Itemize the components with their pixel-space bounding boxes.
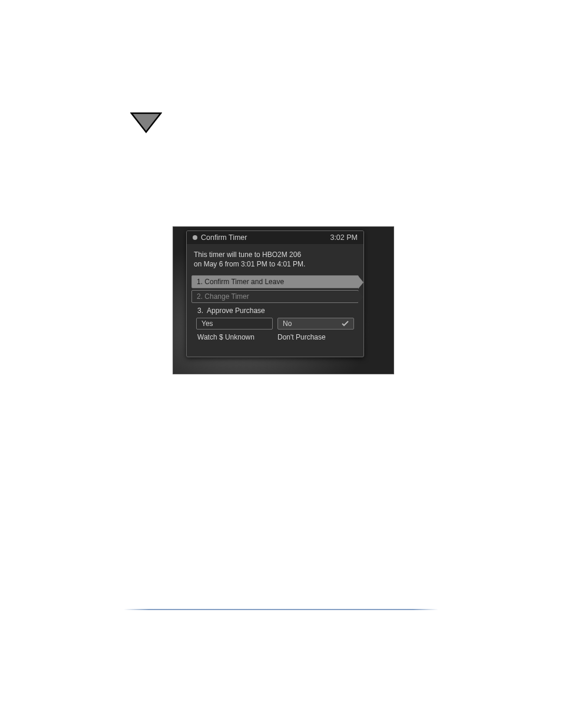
option-number: 3. (197, 307, 203, 315)
yes-button[interactable]: Yes (196, 318, 273, 330)
option-approve-purchase: 3. Approve Purchase (191, 305, 359, 317)
document-page: Confirm Timer 3:02 PM This timer will tu… (0, 0, 562, 728)
yes-sublabel: Watch $ Unknown (197, 333, 273, 341)
yes-no-sublabels: Watch $ Unknown Don't Purchase (191, 331, 359, 352)
check-icon (342, 320, 349, 327)
dialog-titlebar: Confirm Timer 3:02 PM (187, 231, 363, 244)
horizontal-divider (124, 609, 438, 610)
dialog-message: This timer will tune to HBO2M 206 on May… (187, 244, 363, 271)
chevron-right-icon (358, 276, 363, 289)
dialog-title: Confirm Timer (201, 233, 330, 242)
title-indicator-icon (193, 235, 197, 240)
option-label: Change Timer (204, 292, 249, 301)
no-sublabel: Don't Purchase (277, 333, 353, 341)
option-number: 2. (197, 292, 203, 301)
down-triangle-icon (130, 112, 162, 134)
no-label: No (283, 319, 292, 328)
dialog-options: 1. Confirm Timer and Leave 2. Change Tim… (187, 271, 363, 357)
yes-label: Yes (201, 319, 213, 328)
yes-no-row: Yes No (191, 317, 359, 331)
option-number: 1. (197, 278, 203, 286)
confirm-timer-screenshot: Confirm Timer 3:02 PM This timer will tu… (173, 226, 394, 374)
confirm-timer-dialog: Confirm Timer 3:02 PM This timer will tu… (186, 230, 364, 357)
svg-marker-0 (131, 113, 161, 132)
no-button[interactable]: No (277, 318, 354, 330)
dialog-time: 3:02 PM (330, 233, 358, 242)
option-change-timer[interactable]: 2. Change Timer (191, 290, 359, 303)
option-confirm-timer-and-leave[interactable]: 1. Confirm Timer and Leave (191, 275, 359, 288)
option-label: Confirm Timer and Leave (204, 278, 284, 286)
dialog-message-line: on May 6 from 3:01 PM to 4:01 PM. (194, 259, 356, 269)
chevron-right-icon (358, 291, 363, 304)
option-label: Approve Purchase (207, 307, 265, 315)
dialog-message-line: This timer will tune to HBO2M 206 (194, 250, 356, 259)
